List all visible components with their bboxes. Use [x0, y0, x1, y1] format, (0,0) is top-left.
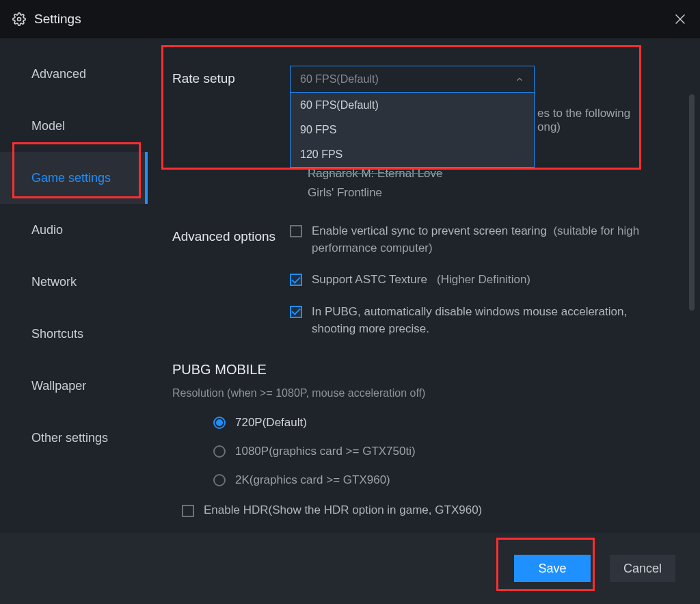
pubg-heading: PUBG MOBILE	[172, 362, 671, 378]
rate-setup-label: Rate setup	[172, 66, 290, 86]
radio-icon	[213, 417, 226, 429]
astc-note: (Higher Definition)	[437, 273, 530, 286]
advanced-options-row: Advanced options Enable vertical sync to…	[172, 223, 671, 352]
astc-label: Support ASTC Texture	[312, 273, 427, 286]
sidebar-item-label: Network	[31, 275, 77, 289]
radio-icon	[213, 445, 226, 458]
save-button[interactable]: Save	[514, 555, 591, 582]
sidebar: Advanced Model Game settings Audio Netwo…	[0, 38, 148, 533]
rate-dropdown-selected: 60 FPS(Default)	[300, 73, 379, 86]
pubg-resolution-note: Resolution (when >= 1080P, mouse acceler…	[172, 387, 671, 399]
rate-option-90[interactable]: 90 FPS	[291, 118, 534, 142]
scrollbar[interactable]	[689, 57, 695, 523]
svg-point-0	[18, 18, 21, 21]
settings-panel: Rate setup 60 FPS(Default) 60 FPS(Defaul…	[148, 38, 700, 533]
hdr-label: Enable HDR(Show the HDR option in game, …	[204, 502, 482, 519]
pubg-accel-checkbox[interactable]	[290, 306, 302, 318]
hdr-checkbox[interactable]	[182, 505, 194, 517]
window-title: Settings	[34, 12, 81, 27]
chevron-up-icon	[515, 75, 524, 84]
pubg-accel-label: In PUBG, automatically disable windows m…	[312, 304, 671, 337]
sidebar-item-label: Game settings	[31, 171, 111, 185]
astc-checkbox[interactable]	[290, 274, 302, 286]
astc-option[interactable]: Support ASTC Texture (Higher Definition)	[290, 272, 671, 289]
sidebar-item-advanced[interactable]: Advanced	[0, 48, 148, 100]
pubg-res-720[interactable]: 720P(Default)	[213, 416, 671, 430]
hdr-option[interactable]: Enable HDR(Show the HDR option in game, …	[182, 502, 671, 519]
close-icon[interactable]	[673, 12, 688, 27]
pubg-res-1080[interactable]: 1080P(graphics card >= GTX750ti)	[213, 445, 671, 458]
vsync-checkbox[interactable]	[290, 225, 302, 237]
pubg-res-label: 2K(graphics card >= GTX960)	[235, 473, 390, 487]
pubg-res-label: 1080P(graphics card >= GTX750ti)	[235, 445, 416, 458]
sidebar-item-game-settings[interactable]: Game settings	[0, 152, 148, 204]
sidebar-item-network[interactable]: Network	[0, 256, 148, 308]
rate-dropdown-menu: 60 FPS(Default) 90 FPS 120 FPS	[290, 92, 535, 168]
radio-icon	[213, 474, 226, 486]
titlebar: Settings	[0, 0, 700, 38]
sidebar-item-wallpaper[interactable]: Wallpaper	[0, 360, 148, 412]
pubg-accel-option[interactable]: In PUBG, automatically disable windows m…	[290, 304, 671, 337]
advanced-options-label: Advanced options	[172, 223, 290, 245]
sidebar-item-label: Advanced	[31, 67, 86, 81]
rate-dropdown[interactable]: 60 FPS(Default)	[290, 66, 535, 93]
sidebar-item-label: Audio	[31, 223, 63, 237]
vsync-label: Enable vertical sync to prevent screen t…	[312, 224, 547, 237]
rate-option-120[interactable]: 120 FPS	[291, 142, 534, 167]
rate-game-ragnarok: Ragnarok M: Eternal Love	[308, 167, 671, 181]
sidebar-item-label: Model	[31, 119, 65, 133]
rate-hint-line2: ong)	[537, 120, 630, 134]
rate-option-60[interactable]: 60 FPS(Default)	[291, 93, 534, 118]
vsync-option[interactable]: Enable vertical sync to prevent screen t…	[290, 223, 671, 257]
sidebar-item-label: Other settings	[31, 431, 108, 445]
rate-setup-row: Rate setup 60 FPS(Default) 60 FPS(Defaul…	[172, 66, 671, 205]
sidebar-item-audio[interactable]: Audio	[0, 204, 148, 256]
pubg-res-2k[interactable]: 2K(graphics card >= GTX960)	[213, 473, 671, 487]
footer: Save Cancel	[0, 533, 700, 604]
sidebar-item-label: Shortcuts	[31, 327, 83, 341]
cancel-button[interactable]: Cancel	[610, 555, 675, 582]
rate-game-girls-frontline: Girls' Frontline	[308, 186, 671, 200]
sidebar-item-other-settings[interactable]: Other settings	[0, 412, 148, 464]
rate-hint-line1: es to the following	[537, 107, 630, 120]
pubg-res-label: 720P(Default)	[235, 416, 307, 430]
scrollbar-thumb[interactable]	[689, 94, 695, 311]
gear-icon	[12, 12, 26, 26]
sidebar-item-model[interactable]: Model	[0, 100, 148, 152]
sidebar-item-label: Wallpaper	[31, 379, 86, 393]
sidebar-item-shortcuts[interactable]: Shortcuts	[0, 308, 148, 360]
